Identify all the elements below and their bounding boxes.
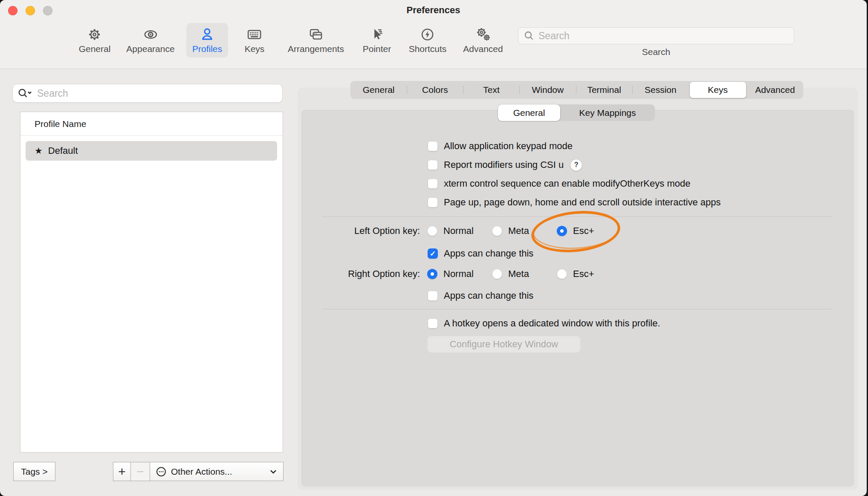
preferences-window: Preferences General: [0, 0, 867, 496]
screenshot: Preferences General: [0, 0, 868, 496]
cursor-icon: [367, 26, 386, 43]
tab-text[interactable]: Text: [463, 81, 520, 99]
other-actions-label: Other Actions...: [171, 467, 232, 477]
separator: [322, 309, 832, 309]
checkbox-label: Apps can change this: [444, 290, 533, 301]
radio-right-esc[interactable]: Esc+: [557, 268, 594, 280]
titlebar-toolbar: Preferences General: [0, 0, 867, 69]
tags-button[interactable]: Tags >: [13, 462, 55, 481]
toolbar-item-profiles[interactable]: Profiles: [186, 23, 228, 58]
tab-general[interactable]: General: [350, 81, 407, 99]
keyboard-icon: [245, 26, 264, 43]
radio-button[interactable]: [427, 226, 437, 236]
radio-button[interactable]: [492, 226, 502, 236]
tab-colors[interactable]: Colors: [407, 81, 463, 99]
checkbox[interactable]: [428, 160, 438, 170]
toolbar-item-general[interactable]: General: [79, 26, 111, 54]
chevron-down-icon: [269, 469, 278, 475]
right-option-key-label: Right Option key:: [290, 268, 420, 280]
profile-name: Default: [48, 145, 78, 156]
checkbox[interactable]: [428, 197, 438, 208]
checkbox-row-left-apps-can-change[interactable]: Apps can change this: [428, 248, 533, 260]
checkbox-row-csi-u[interactable]: Report modifiers using CSI u ?: [428, 159, 582, 171]
checkbox[interactable]: [428, 291, 438, 301]
radio-button[interactable]: [492, 269, 502, 279]
profile-tab-bar: General Colors Text Window Terminal Sess…: [350, 81, 803, 99]
checkbox-row-page-scroll[interactable]: Page up, page down, home and end scroll …: [428, 196, 720, 208]
toolbar-item-label: Arrangements: [288, 44, 344, 54]
profile-list-header: Profile Name: [20, 112, 283, 136]
checkbox-label: Page up, page down, home and end scroll …: [444, 197, 720, 208]
toolbar-item-pointer[interactable]: Pointer: [363, 26, 391, 54]
help-button[interactable]: ?: [570, 159, 582, 171]
subtab-general[interactable]: General: [498, 104, 560, 121]
radio-label: Normal: [443, 225, 474, 236]
profile-search-field[interactable]: [12, 84, 283, 103]
toolbar-item-label: Advanced: [463, 44, 503, 54]
checkbox-label: Report modifiers using CSI u: [444, 159, 564, 170]
checkbox-row-hotkey-window[interactable]: A hotkey opens a dedicated window with t…: [428, 317, 660, 329]
toolbar-item-label: Shortcuts: [409, 44, 447, 54]
toolbar-item-keys[interactable]: Keys: [245, 26, 265, 54]
checkbox-row-modify-other-keys[interactable]: xterm control sequence can enable modify…: [428, 178, 690, 190]
toolbar-item-appearance[interactable]: Appearance: [126, 26, 174, 54]
windows-icon: [307, 26, 325, 43]
radio-label: Normal: [443, 268, 474, 280]
search-icon: [524, 30, 535, 41]
tab-advanced[interactable]: Advanced: [747, 81, 803, 99]
checkbox-row-keypad-mode[interactable]: Allow application keypad mode: [428, 140, 573, 152]
profile-row-default[interactable]: ★ Default: [26, 141, 277, 161]
radio-button[interactable]: [557, 269, 567, 279]
toolbar-search-field[interactable]: [518, 27, 794, 44]
person-icon: [198, 26, 217, 43]
checkbox[interactable]: [428, 179, 438, 189]
gears-icon: [474, 26, 492, 43]
keys-subtab-bar: General Key Mappings: [498, 104, 655, 121]
subtab-key-mappings[interactable]: Key Mappings: [560, 104, 655, 121]
toolbar-item-label: General: [79, 44, 111, 54]
tab-terminal[interactable]: Terminal: [576, 81, 632, 99]
checkbox-label: xterm control sequence can enable modify…: [444, 178, 690, 189]
search-input[interactable]: [538, 30, 789, 42]
toolbar-item-label: Keys: [245, 44, 265, 54]
left-option-key-label: Left Option key:: [290, 225, 420, 237]
tab-window[interactable]: Window: [520, 81, 576, 99]
configure-hotkey-window-button: Configure Hotkey Window: [427, 336, 581, 353]
toolbar-search-caption: Search: [518, 47, 794, 57]
toolbar-item-shortcuts[interactable]: Shortcuts: [409, 26, 447, 54]
checkbox-label: Apps can change this: [444, 248, 533, 259]
checkbox-label: Allow application keypad mode: [444, 141, 573, 152]
window-title: Preferences: [0, 5, 867, 16]
radio-button[interactable]: [427, 269, 437, 279]
checkbox-row-right-apps-can-change[interactable]: Apps can change this: [428, 290, 533, 302]
checkbox[interactable]: [428, 318, 438, 329]
radio-label: Meta: [508, 268, 529, 280]
remove-profile-button: −: [130, 462, 150, 481]
radio-label: Esc+: [573, 268, 594, 280]
tab-keys[interactable]: Keys: [690, 82, 746, 98]
tab-session[interactable]: Session: [632, 81, 689, 99]
profile-search-input[interactable]: [37, 88, 278, 99]
gear-icon: [85, 26, 104, 43]
checkbox[interactable]: [428, 141, 438, 151]
circle-ellipsis-icon: [156, 466, 167, 477]
radio-right-meta[interactable]: Meta: [492, 268, 529, 280]
lightning-bolt-icon: [418, 26, 437, 43]
checkbox-label: A hotkey opens a dedicated window with t…: [444, 318, 660, 329]
profile-list: Profile Name ★ Default: [20, 112, 283, 453]
checkbox[interactable]: [428, 248, 438, 259]
eye-icon: [141, 26, 160, 43]
other-actions-dropdown[interactable]: Other Actions...: [150, 462, 284, 481]
toolbar-item-label: Appearance: [126, 44, 174, 54]
toolbar-item-advanced[interactable]: Advanced: [463, 26, 503, 54]
star-icon: ★: [35, 146, 43, 156]
radio-left-normal[interactable]: Normal: [427, 225, 474, 237]
search-menu-icon: [17, 87, 33, 99]
toolbar-item-label: Profiles: [192, 44, 222, 54]
radio-right-normal[interactable]: Normal: [427, 268, 474, 280]
toolbar-item-label: Pointer: [363, 44, 391, 54]
radio-left-meta[interactable]: Meta: [492, 225, 529, 237]
radio-label: Meta: [508, 225, 529, 236]
toolbar-item-arrangements[interactable]: Arrangements: [288, 26, 344, 54]
add-profile-button[interactable]: +: [113, 462, 131, 481]
